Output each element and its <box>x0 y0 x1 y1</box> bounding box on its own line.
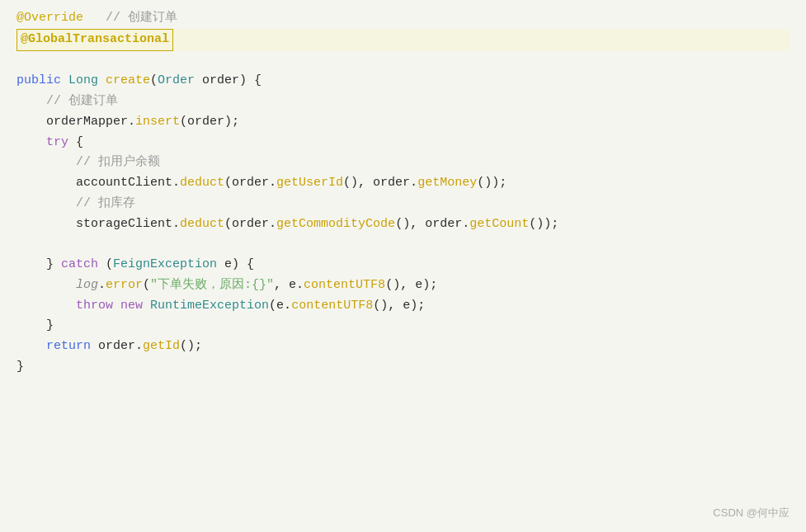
line-method-signature: public Long create(Order order) { <box>16 73 262 87</box>
line-throw: throw new RuntimeException(e.contentUTF8… <box>16 299 425 313</box>
watermark: CSDN @何中应 <box>713 505 790 522</box>
line-catch: } catch (FeignException e) { <box>16 257 254 271</box>
line-comment-deduct-storage: // 扣库存 <box>16 196 135 210</box>
code-editor: @Override // 创建订单 @GlobalTransactional p… <box>0 0 806 532</box>
line-return: return order.getId(); <box>16 339 202 353</box>
line-log-error: log.error("下单失败，原因:{}", e.contentUTF8(),… <box>16 278 437 292</box>
line-try: try { <box>16 135 83 149</box>
line-comment-deduct-user: // 扣用户余额 <box>16 155 160 169</box>
line-storage-deduct: storageClient.deduct(order.getCommodityC… <box>16 217 559 231</box>
line-comment-create: // 创建订单 <box>16 94 118 108</box>
global-transactional-annotation: @GlobalTransactional <box>16 29 173 51</box>
line-method-close: } <box>16 360 24 374</box>
line-catch-close: } <box>16 318 54 332</box>
line-global-transactional: @GlobalTransactional <box>16 29 790 51</box>
line-order-insert: orderMapper.insert(order); <box>16 115 239 129</box>
line-override: @Override // 创建订单 <box>16 11 177 25</box>
line-account-deduct: accountClient.deduct(order.getUserId(), … <box>16 176 507 190</box>
